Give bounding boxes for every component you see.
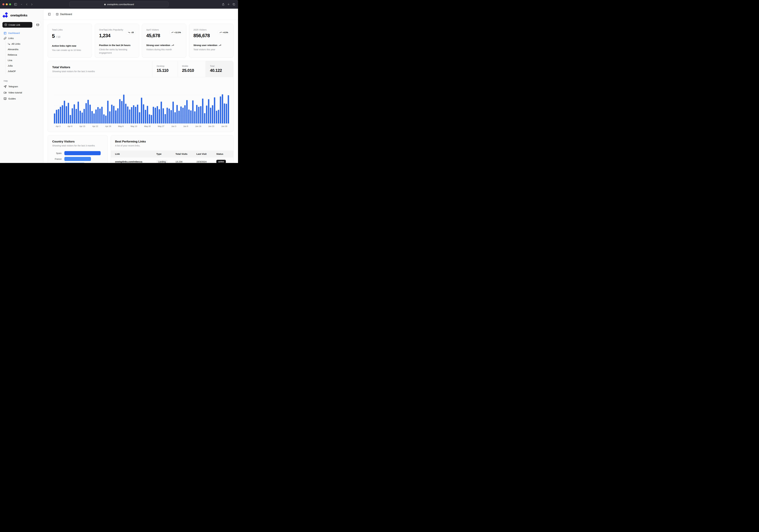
chart-bar: [99, 108, 100, 123]
sub-item-label: All Links: [12, 43, 20, 45]
chart-bar: [133, 105, 134, 123]
sidebar-item-all-links[interactable]: All Links: [8, 41, 41, 47]
table-row: onetaplinks.com/rebecca Landing 13.234 1…: [111, 157, 233, 163]
browser-window: onetaplinks.com/dashboard: [0, 0, 238, 163]
chart-bar: [103, 114, 104, 123]
sidebar-item-rebecca[interactable]: Rebecca: [8, 52, 41, 58]
chart-bar: [226, 104, 227, 123]
stat-value: 1,234: [99, 33, 110, 38]
x-tick-label: Apr 22: [92, 125, 98, 127]
column-header-status: Status: [216, 153, 233, 155]
stat-label: Total Links: [52, 28, 88, 31]
mobile-stat-cell[interactable]: Mobile 25.010: [178, 61, 206, 77]
address-bar[interactable]: onetaplinks.com/dashboard: [69, 2, 169, 7]
chart-bar: [117, 108, 119, 123]
help-item-label: Video tutorial: [8, 91, 22, 94]
chart-bar: [101, 107, 102, 123]
row-link[interactable]: onetaplinks.com/rebecca: [115, 160, 156, 163]
chart-bar: [113, 106, 114, 123]
sidebar-item-video-tutorial[interactable]: Video tutorial: [2, 90, 41, 96]
desktop-stat-cell[interactable]: Desktop 15.110: [152, 61, 178, 77]
chart-subtitle: Showing total visitors for the last 3 mo…: [52, 70, 152, 73]
chart-bar: [109, 111, 110, 123]
chart-bar: [74, 104, 75, 123]
browser-sidebar-toggle-icon[interactable]: [14, 3, 17, 6]
chart-bar: [111, 104, 112, 123]
x-tick-label: Apr 9: [67, 125, 72, 127]
help-item-label: Telegram: [8, 85, 18, 88]
sidebar-item-lina[interactable]: Lina: [8, 58, 41, 63]
visitors-bar-chart: Apr 3Apr 9Apr 15Apr 22Apr 29May 6May 13M…: [48, 77, 233, 127]
dashboard-grid-icon: [56, 13, 59, 16]
sub-item-label: Alexandra: [8, 48, 19, 51]
forward-button[interactable]: [30, 3, 33, 6]
share-icon[interactable]: [222, 3, 225, 6]
chart-bar: [89, 104, 91, 123]
stat-desc: Visitors during this month: [146, 48, 182, 51]
country-card-subtitle: Showing total visitors for the last 3 mo…: [52, 144, 103, 147]
video-icon: [4, 91, 7, 94]
x-tick-label: May 27: [158, 125, 164, 127]
chart-bar: [188, 109, 190, 123]
stat-cell-label: Total: [210, 65, 233, 67]
chart-bar: [91, 111, 93, 123]
type-badge: Landing: [156, 160, 168, 163]
chart-bar: [165, 114, 166, 123]
x-tick-label: May 20: [144, 125, 151, 127]
trending-up-icon: [171, 31, 173, 34]
sidebar-item-links[interactable]: Links: [2, 36, 41, 41]
chart-bar: [204, 113, 205, 123]
minimize-window-button[interactable]: [6, 3, 8, 5]
stat-desc: You can create up to 10 links: [52, 49, 88, 52]
create-link-button[interactable]: Create Link: [2, 22, 32, 28]
lock-icon: [104, 3, 106, 5]
chart-bar: [190, 110, 192, 123]
chart-bar: [56, 110, 57, 123]
chart-bars: [54, 85, 229, 123]
zoom-window-button[interactable]: [9, 3, 11, 5]
help-section-label: Help: [4, 80, 41, 82]
stat-cell-label: Desktop: [157, 65, 178, 67]
chart-bar: [198, 107, 199, 123]
sidebar-item-guides[interactable]: Guides: [2, 96, 41, 102]
page-header: Dashboard: [43, 9, 238, 20]
country-label: Spain: [52, 152, 61, 154]
trend-badge: +12.5%: [169, 30, 183, 34]
x-tick-label: Jun 16: [195, 125, 201, 127]
chart-bar: [220, 97, 221, 123]
sidebar-collapse-icon[interactable]: [48, 13, 51, 16]
sidebar-item-juliaof[interactable]: JuliaOF: [8, 68, 41, 74]
sidebar-item-telegram[interactable]: Telegram: [2, 84, 41, 90]
chart-bar: [161, 102, 162, 123]
chart-bar: [210, 108, 211, 123]
close-window-button[interactable]: [2, 3, 4, 5]
chart-bar: [62, 105, 63, 123]
chrome-divider: [19, 2, 19, 7]
links-table-subtitle: A list of your recent links.: [115, 144, 229, 147]
chart-bar: [64, 101, 65, 123]
mail-icon: [36, 23, 39, 26]
tab-overview-icon[interactable]: [232, 3, 235, 6]
country-bar: [64, 163, 85, 163]
chart-bar: [95, 109, 97, 123]
stat-title: Position in the last 24 hours: [99, 44, 136, 47]
row-last-visit: 15/3/2024: [196, 160, 216, 163]
x-tick-label: Jun 3: [171, 125, 176, 127]
chart-bar: [107, 101, 108, 123]
chart-bar: [60, 107, 61, 123]
new-tab-icon[interactable]: [227, 3, 230, 6]
country-bar: [64, 157, 91, 161]
brand-name: onetaplinks: [10, 14, 27, 17]
inbox-button[interactable]: [35, 22, 41, 28]
tab-group-chevron-icon[interactable]: [20, 4, 22, 5]
total-stat-cell[interactable]: Total 40.122: [206, 61, 233, 77]
sidebar-item-julia[interactable]: Julia: [8, 63, 41, 68]
chart-bar: [147, 106, 148, 123]
sub-item-label: Lina: [8, 59, 12, 61]
chart-bar: [135, 107, 136, 123]
stat-card-total-links: Total Links 5 / 10 Active links right no…: [48, 24, 92, 58]
sidebar-item-dashboard[interactable]: Dashboard: [2, 30, 41, 36]
sidebar-item-alexandra[interactable]: Alexandra: [8, 47, 41, 52]
browser-chrome: onetaplinks.com/dashboard: [0, 0, 238, 9]
back-button[interactable]: [25, 3, 28, 6]
